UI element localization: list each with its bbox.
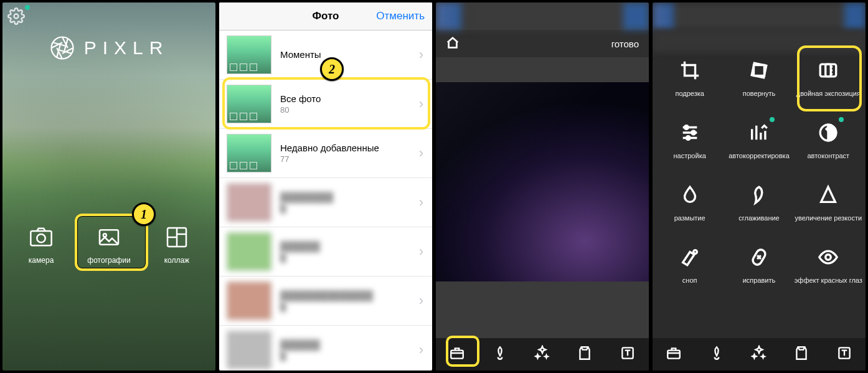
tool-rotate[interactable]: повернуть — [724, 56, 793, 116]
notification-dot — [25, 5, 30, 10]
tool-redeye[interactable]: эффект красных глаз — [794, 243, 863, 303]
tool-sharpen[interactable]: увеличение резкости — [794, 181, 863, 240]
tool-smooth[interactable]: сглаживание — [724, 181, 793, 240]
camera-label: камера — [29, 256, 54, 265]
screen-photo-picker: Фото Отменить Моменты › Все фото80 › Нед… — [219, 2, 432, 371]
magic-icon[interactable] — [751, 345, 767, 364]
image-canvas[interactable] — [436, 82, 649, 281]
svg-rect-20 — [668, 351, 680, 359]
album-title: Моменты — [280, 49, 321, 60]
tool-splash[interactable]: сноп — [655, 243, 724, 303]
chevron-right-icon: › — [419, 145, 423, 161]
collage-label: коллаж — [164, 256, 190, 265]
tool-autocontrast[interactable]: автоконтраст — [794, 118, 863, 178]
camera-button[interactable]: камера — [29, 225, 54, 265]
tool-crop[interactable]: подрезка — [655, 56, 724, 116]
screen-tools: подрезка повернуть двойная экспозиция на… — [653, 2, 866, 371]
aperture-icon — [49, 35, 75, 61]
step-badge-2: 2 — [320, 57, 344, 81]
frame-icon[interactable] — [793, 345, 809, 364]
svg-point-0 — [14, 14, 19, 19]
tool-blur[interactable]: размытие — [655, 181, 724, 240]
logo-text: PIXLR — [84, 37, 169, 59]
editor-toolbar — [653, 338, 866, 371]
magic-icon[interactable] — [534, 345, 550, 364]
svg-point-1 — [51, 37, 73, 59]
tool-autofix[interactable]: автокорректировка — [724, 118, 793, 178]
done-button[interactable]: готово — [611, 39, 639, 49]
app-logo: PIXLR — [2, 35, 215, 61]
svg-point-17 — [693, 250, 697, 254]
frame-icon[interactable] — [577, 345, 593, 364]
album-row[interactable]: ███████████████› — [219, 276, 432, 326]
album-row[interactable]: ███████› — [219, 227, 432, 276]
album-row[interactable]: Недавно добавленные77 › — [219, 129, 432, 178]
svg-rect-10 — [753, 65, 764, 76]
svg-point-3 — [37, 234, 45, 242]
text-icon[interactable] — [620, 345, 636, 364]
collage-button[interactable]: коллаж — [164, 225, 190, 265]
toolbox-icon[interactable] — [666, 345, 682, 364]
album-title: Недавно добавленные — [280, 143, 379, 153]
album-row[interactable]: ███████› — [219, 326, 432, 371]
nav-title: Фото — [313, 10, 339, 22]
selection-highlight-toolbox — [446, 336, 479, 367]
album-count: 77 — [280, 154, 379, 164]
svg-point-19 — [826, 255, 831, 260]
home-icon[interactable] — [446, 36, 460, 52]
selection-highlight-all-photos — [222, 77, 430, 130]
settings-icon[interactable] — [7, 7, 25, 27]
tool-adjust[interactable]: настройка — [655, 118, 724, 178]
album-row[interactable]: █████████› — [219, 178, 432, 227]
text-icon[interactable] — [836, 345, 852, 364]
selection-highlight-double-exposure — [797, 45, 862, 111]
brush-icon[interactable] — [709, 345, 725, 364]
cancel-button[interactable]: Отменить — [376, 10, 425, 22]
svg-rect-2 — [31, 231, 51, 245]
chevron-right-icon: › — [419, 47, 423, 63]
brush-icon[interactable] — [492, 345, 508, 364]
screen-home: PIXLR камера фотографии коллаж 1 — [2, 2, 215, 371]
step-badge-1: 1 — [132, 202, 156, 226]
screen-editor: готово — [436, 2, 649, 371]
tool-heal[interactable]: исправить — [724, 243, 793, 303]
